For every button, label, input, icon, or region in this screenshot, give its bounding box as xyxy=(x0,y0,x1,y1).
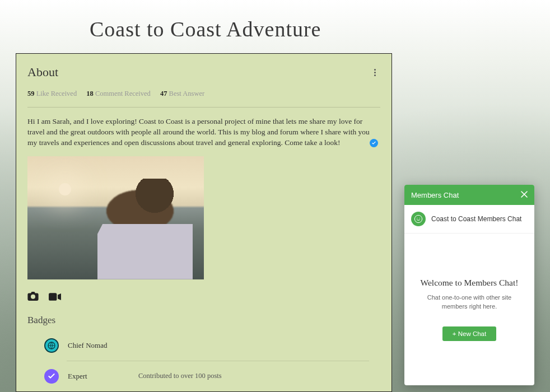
comments-label: Comment Received xyxy=(95,90,151,97)
more-options-button[interactable] xyxy=(369,67,380,78)
profile-photo xyxy=(27,156,204,279)
chat-header-title: Members Chat xyxy=(411,191,459,199)
smiley-icon xyxy=(411,212,426,226)
chat-room-row[interactable]: Coast to Coast Members Chat xyxy=(404,205,534,234)
members-chat-widget: Members Chat Coast to Coast Members Chat… xyxy=(404,185,534,385)
badge-name: Chief Nomad xyxy=(68,341,129,350)
badges-heading: Badges xyxy=(27,315,380,326)
camera-icon[interactable] xyxy=(27,292,39,304)
media-icon-row xyxy=(27,292,380,304)
new-chat-button[interactable]: + New Chat xyxy=(442,326,496,341)
badge-divider xyxy=(67,361,369,361)
badge-name: Expert xyxy=(68,372,129,381)
badge-row: Chief Nomad xyxy=(44,333,380,358)
photo-sun xyxy=(59,183,71,195)
close-icon[interactable] xyxy=(521,190,528,199)
svg-rect-0 xyxy=(49,293,57,301)
badge-desc: Contributed to over 100 posts xyxy=(138,372,222,380)
best-count: 47 xyxy=(160,90,167,97)
checkmark-badge-icon xyxy=(44,369,59,384)
chat-body: Welcome to Members Chat! Chat one-to-one… xyxy=(404,234,534,385)
likes-count: 59 xyxy=(27,90,35,97)
bio-text: Hi I am Sarah, and I love exploring! Coa… xyxy=(27,116,375,148)
best-label: Best Answer xyxy=(169,90,205,97)
badge-row: Expert Contributed to over 100 posts xyxy=(44,363,380,389)
profile-stats: 59 Like Received 18 Comment Received 47 … xyxy=(27,90,380,98)
chat-header: Members Chat xyxy=(404,185,534,205)
svg-point-2 xyxy=(414,215,422,222)
divider xyxy=(27,107,380,108)
site-title: Coast to Coast Adventure xyxy=(90,17,321,41)
chat-room-name: Coast to Coast Members Chat xyxy=(431,215,521,223)
globe-icon xyxy=(44,338,59,353)
likes-label: Like Received xyxy=(36,90,77,97)
about-heading: About xyxy=(27,65,58,80)
comments-count: 18 xyxy=(86,90,94,97)
video-icon[interactable] xyxy=(49,292,61,304)
chat-welcome-sub: Chat one-to-one with other site members … xyxy=(417,293,522,311)
badge-list: Chief Nomad Expert Contributed to over 1… xyxy=(27,333,380,389)
verified-badge-icon xyxy=(370,139,378,147)
chat-welcome-title: Welcome to Members Chat! xyxy=(421,278,519,288)
about-card: About 59 Like Received 18 Comment Receiv… xyxy=(16,53,392,392)
